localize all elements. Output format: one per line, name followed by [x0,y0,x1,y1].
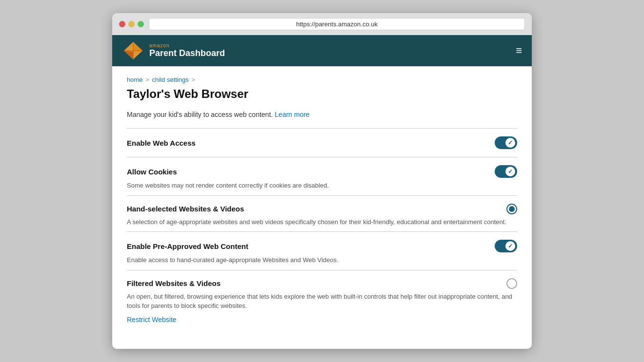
settings-label-filtered: Filtered Websites & Videos [127,279,221,287]
toggle-track-cookies: ✓ [495,165,517,178]
brand-text: amazon Parent Dashboard [149,43,225,59]
allow-cookies-toggle[interactable]: ✓ [495,165,517,178]
logo-area: amazon Parent Dashboard [122,41,225,60]
settings-label-enable-web-access: Enable Web Access [127,139,196,147]
pre-approved-toggle[interactable]: ✓ [495,240,517,252]
svg-marker-2 [124,51,133,59]
breadcrumb-separator-1: > [146,76,149,83]
svg-marker-1 [133,42,142,52]
maximize-button[interactable] [138,21,144,27]
toggle-track-pre-approved: ✓ [495,240,517,252]
minimize-button[interactable] [128,21,135,27]
traffic-lights [119,21,144,27]
brand-amazon: amazon [149,43,225,48]
restrict-website-link[interactable]: Restrict Website [127,316,177,324]
breadcrumb-home[interactable]: home [127,76,143,83]
settings-desc-cookies: Some websites may not render content cor… [127,181,517,191]
filtered-radio[interactable] [506,278,517,289]
page-content: home > child settings > Taylor's Web Bro… [112,66,532,349]
settings-row-enable-web-access: Enable Web Access ✓ [127,128,517,157]
settings-label-pre-approved: Enable Pre-Approved Web Content [127,242,248,250]
page-title: Taylor's Web Browser [127,87,517,101]
hand-selected-radio[interactable] [506,204,517,214]
breadcrumb-child-settings[interactable]: child settings [152,76,189,83]
settings-row-header: Enable Web Access ✓ [127,136,517,149]
top-nav: amazon Parent Dashboard ≡ [112,35,532,66]
toggle-thumb-cookies: ✓ [505,167,515,176]
settings-desc-filtered: An open, but filtered, browsing experien… [127,292,517,311]
toggle-thumb: ✓ [505,138,515,148]
radio-inner-hand-selected [509,206,515,212]
settings-row-header-cookies: Allow Cookies ✓ [127,165,517,178]
close-button[interactable] [119,21,125,27]
settings-row-filtered: Filtered Websites & Videos An open, but … [127,270,517,329]
toggle-thumb-pre-approved: ✓ [505,241,515,251]
browser-chrome: https://parents.amazon.co.uk [112,13,532,35]
settings-row-hand-selected: Hand-selected Websites & Videos A select… [127,195,517,232]
kite-logo-icon [122,41,144,60]
enable-web-access-toggle[interactable]: ✓ [495,136,517,149]
page-description: Manage your kid's ability to access web … [127,111,517,118]
breadcrumb: home > child settings > [127,76,517,83]
settings-row-header-hand-selected: Hand-selected Websites & Videos [127,204,517,214]
breadcrumb-separator-2: > [192,76,195,83]
address-bar[interactable]: https://parents.amazon.co.uk [149,18,525,30]
settings-desc-hand-selected: A selection of age-appropriate websites … [127,217,517,227]
settings-row-header-filtered: Filtered Websites & Videos [127,278,517,289]
toggle-track: ✓ [495,136,517,149]
url-text: https://parents.amazon.co.uk [296,20,378,28]
settings-row-pre-approved: Enable Pre-Approved Web Content ✓ Enable… [127,231,517,270]
settings-row-header-pre-approved: Enable Pre-Approved Web Content ✓ [127,240,517,252]
hamburger-menu-button[interactable]: ≡ [516,44,522,57]
brand-parent: Parent Dashboard [149,48,225,59]
settings-row-allow-cookies: Allow Cookies ✓ Some websites may not re… [127,157,517,195]
settings-label-allow-cookies: Allow Cookies [127,168,177,176]
settings-desc-pre-approved: Enable access to hand-curated age-approp… [127,255,517,265]
settings-label-hand-selected: Hand-selected Websites & Videos [127,205,244,213]
browser-window: https://parents.amazon.co.uk amazon Pare… [112,13,532,349]
learn-more-link[interactable]: Learn more [275,111,310,118]
